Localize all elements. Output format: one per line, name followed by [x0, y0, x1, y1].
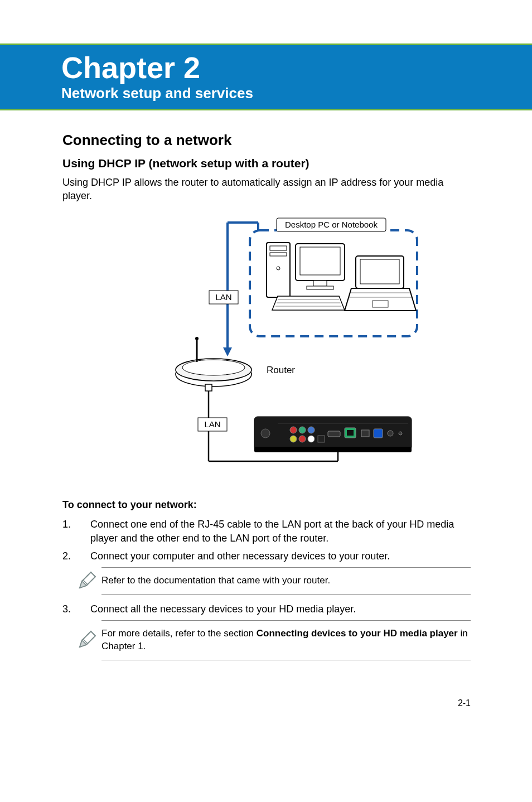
note-text: Refer to the documentation that came wit… — [101, 567, 471, 595]
chapter-title: Chapter 2 — [61, 52, 532, 84]
note2-bold: Connecting devices to your HD media play… — [257, 628, 458, 639]
section-heading: Connecting to a network — [62, 132, 471, 149]
desktop-keyboard — [272, 296, 345, 310]
svg-point-42 — [388, 431, 393, 436]
step-text: Connect your computer and other necessar… — [90, 549, 471, 563]
intro-paragraph: Using DHCP IP allows the router to autom… — [62, 176, 471, 203]
step-1: 1. Connect one end of the RJ-45 cable to… — [62, 518, 471, 545]
step-2: 2. Connect your computer and other neces… — [62, 549, 471, 563]
document-page: Chapter 2 Network setup and services Con… — [0, 44, 532, 731]
diagram-svg: Desktop PC or Notebook — [110, 212, 423, 480]
svg-rect-22 — [205, 384, 212, 391]
notebook — [345, 256, 416, 311]
svg-point-21 — [195, 337, 199, 340]
lan-cable-top — [223, 223, 258, 356]
lan-label-top: LAN — [215, 292, 231, 302]
svg-rect-37 — [328, 431, 340, 437]
pc-label: Desktop PC or Notebook — [285, 220, 378, 229]
svg-point-35 — [308, 436, 315, 442]
chapter-banner: Chapter 2 Network setup and services — [0, 44, 532, 110]
pencil-icon — [74, 569, 101, 593]
steps-heading: To connect to your network: — [62, 499, 471, 511]
router — [176, 337, 252, 386]
svg-rect-39 — [347, 430, 354, 436]
note-text: For more details, refer to the section C… — [101, 620, 471, 660]
step-3: 3. Connect all the necessary devices to … — [62, 602, 471, 616]
svg-rect-28 — [254, 447, 412, 452]
pencil-icon — [74, 628, 101, 653]
note-1: Refer to the documentation that came wit… — [74, 567, 471, 595]
svg-point-19 — [182, 360, 245, 375]
svg-point-30 — [290, 427, 297, 433]
network-diagram: Desktop PC or Notebook — [62, 212, 471, 482]
svg-rect-5 — [307, 286, 333, 289]
chapter-subtitle: Network setup and services — [61, 85, 532, 102]
svg-rect-4 — [313, 281, 327, 286]
step-text: Connect all the necessary devices to you… — [90, 602, 471, 616]
step-number: 2. — [62, 549, 90, 563]
svg-point-31 — [299, 427, 306, 433]
page-content: Connecting to a network Using DHCP IP (n… — [0, 110, 532, 661]
router-label: Router — [267, 365, 295, 375]
svg-marker-16 — [223, 347, 232, 356]
svg-point-29 — [261, 429, 270, 438]
step-number: 1. — [62, 518, 90, 545]
svg-rect-41 — [374, 429, 383, 438]
step-number: 3. — [62, 602, 90, 616]
note-2: For more details, refer to the section C… — [74, 620, 471, 660]
section-subheading: Using DHCP IP (network setup with a rout… — [62, 157, 471, 170]
svg-point-43 — [399, 432, 402, 435]
svg-rect-40 — [361, 430, 369, 437]
lan-label-bottom: LAN — [204, 419, 220, 429]
page-number: 2-1 — [0, 665, 532, 731]
media-player — [254, 417, 412, 452]
svg-rect-9 — [356, 256, 404, 288]
step-text: Connect one end of the RJ-45 cable to th… — [90, 518, 471, 545]
svg-point-32 — [308, 427, 315, 433]
note2-pre: For more details, refer to the section — [101, 628, 257, 639]
svg-point-33 — [290, 436, 297, 442]
svg-point-34 — [299, 436, 306, 442]
svg-rect-36 — [318, 436, 325, 442]
